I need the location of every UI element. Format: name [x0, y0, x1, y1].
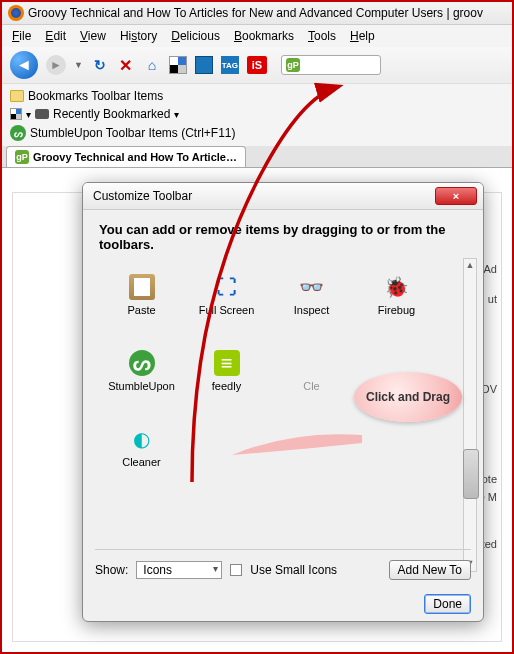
delicious-small-icon: [10, 108, 22, 120]
palette-scrollbar[interactable]: ▲ ▼: [463, 258, 477, 572]
menu-edit[interactable]: Edit: [39, 27, 72, 45]
close-button[interactable]: ×: [435, 187, 477, 205]
scroll-up-icon[interactable]: ▲: [464, 260, 476, 272]
item-cle-partial[interactable]: Cle: [269, 344, 354, 420]
scrollbar-thumb[interactable]: [463, 449, 479, 499]
browser-tab[interactable]: gP Groovy Technical and How To Article…: [6, 146, 246, 167]
cut-text: Ad: [484, 263, 497, 275]
item-stumbleupon[interactable]: ᔕStumbleUpon: [99, 344, 184, 420]
recently-bookmarked-label: Recently Bookmarked: [53, 107, 170, 121]
tab-favicon: gP: [15, 150, 29, 164]
isearch-icon[interactable]: iS: [247, 56, 267, 74]
tab-label: Groovy Technical and How To Article…: [33, 151, 237, 163]
small-icons-checkbox[interactable]: [230, 564, 242, 576]
stop-icon[interactable]: ✕: [117, 56, 135, 74]
bookmarks-toolbar-items[interactable]: Bookmarks Toolbar Items: [10, 87, 504, 105]
toolbar-square-icon[interactable]: [195, 56, 213, 74]
firefox-icon: [8, 5, 24, 21]
item-fullscreen[interactable]: ⛶Full Screen: [184, 268, 269, 344]
stumbleupon-label: StumbleUpon Toolbar Items (Ctrl+F11): [30, 126, 236, 140]
toolbar-item-palette: Paste ⛶Full Screen 👓Inspect 🐞Firebug ᔕSt…: [99, 268, 439, 496]
show-mode-select[interactable]: Icons: [136, 561, 222, 579]
item-firebug[interactable]: 🐞Firebug: [354, 268, 439, 344]
menu-file[interactable]: File: [6, 27, 37, 45]
fullscreen-icon: ⛶: [214, 274, 240, 300]
search-engine-icon: gP: [286, 58, 300, 72]
paste-icon: [129, 274, 155, 300]
item-inspect[interactable]: 👓Inspect: [269, 268, 354, 344]
forward-button[interactable]: ►: [46, 55, 66, 75]
firebug-icon: 🐞: [384, 274, 410, 300]
stumbleupon-icon: ᔕ: [10, 125, 26, 141]
back-button[interactable]: ◄: [10, 51, 38, 79]
tag-small-icon: [35, 109, 49, 119]
menu-bar: File Edit View History Delicious Bookmar…: [2, 25, 512, 47]
folder-icon: [10, 90, 24, 102]
history-dropdown-icon[interactable]: ▼: [74, 60, 83, 70]
cut-text: ut: [488, 293, 497, 305]
done-button[interactable]: Done: [424, 594, 471, 614]
menu-help[interactable]: Help: [344, 27, 381, 45]
menu-history[interactable]: History: [114, 27, 163, 45]
recently-bookmarked[interactable]: ▾ Recently Bookmarked ▾: [10, 105, 504, 123]
item-paste[interactable]: Paste: [99, 268, 184, 344]
add-new-toolbar-button[interactable]: Add New To: [389, 560, 471, 580]
search-input[interactable]: gP: [281, 55, 381, 75]
menu-bookmarks[interactable]: Bookmarks: [228, 27, 300, 45]
menu-delicious[interactable]: Delicious: [165, 27, 226, 45]
show-label: Show:: [95, 563, 128, 577]
small-icons-label: Use Small Icons: [250, 563, 337, 577]
bookmarks-toolbar-label: Bookmarks Toolbar Items: [28, 89, 163, 103]
reload-icon[interactable]: ↻: [91, 56, 109, 74]
cleaner-icon: ◐: [129, 426, 155, 452]
inspect-icon: 👓: [299, 274, 325, 300]
dialog-title: Customize Toolbar: [93, 189, 192, 203]
menu-view[interactable]: View: [74, 27, 112, 45]
home-icon[interactable]: ⌂: [143, 56, 161, 74]
customize-toolbar-dialog: Customize Toolbar × You can add or remov…: [82, 182, 484, 622]
delicious-icon[interactable]: [169, 56, 187, 74]
stumbleupon-item-icon: ᔕ: [129, 350, 155, 376]
stumbleupon-toolbar[interactable]: ᔕ StumbleUpon Toolbar Items (Ctrl+F11): [10, 123, 504, 143]
item-feedly[interactable]: ≡feedly: [184, 344, 269, 420]
navigation-toolbar: ◄ ► ▼ ↻ ✕ ⌂ TAG iS gP: [2, 47, 512, 84]
tag-icon[interactable]: TAG: [221, 56, 239, 74]
dialog-instruction: You can add or remove items by dragging …: [99, 222, 467, 252]
feedly-icon: ≡: [214, 350, 240, 376]
window-title: Groovy Technical and How To Articles for…: [28, 6, 483, 20]
partial-icon: [299, 350, 325, 376]
item-cleaner[interactable]: ◐Cleaner: [99, 420, 184, 496]
menu-tools[interactable]: Tools: [302, 27, 342, 45]
